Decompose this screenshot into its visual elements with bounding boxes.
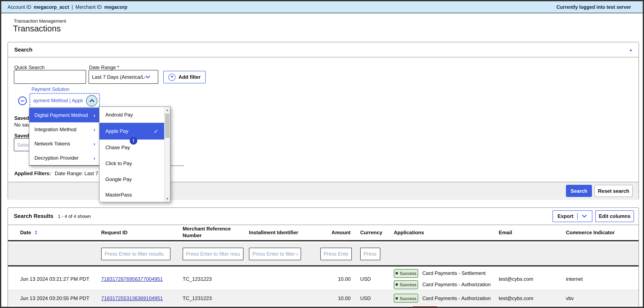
scroll-down-icon[interactable]: ▼ bbox=[164, 197, 170, 201]
column-header-merchant-reference-number: Merchant Reference Number bbox=[182, 226, 249, 239]
application-entry: Success Card Payments - Settlement bbox=[394, 269, 493, 278]
breadcrumb: Transaction Management bbox=[14, 18, 66, 23]
table-filter-row bbox=[8, 243, 638, 267]
menu-item-digital-payment-method[interactable]: Digital Payment Method › bbox=[30, 108, 100, 122]
merchant-reference-filter-input[interactable] bbox=[182, 248, 244, 260]
page-title: Transactions bbox=[13, 24, 61, 33]
payment-solution-filter-chip[interactable]: ayment Method | Apple Pay bbox=[30, 93, 100, 108]
edit-columns-button[interactable]: Edit columns bbox=[595, 210, 634, 222]
request-id-link[interactable]: 7183172553136369104951 bbox=[101, 295, 163, 301]
merchant-id-label: Merchant ID bbox=[75, 4, 102, 9]
search-panel-title: Search bbox=[14, 46, 32, 53]
column-header-amount: Amount bbox=[320, 229, 354, 235]
column-header-date[interactable]: Date▲▼ bbox=[20, 229, 101, 235]
cell-date: Jun 13 2024 03:21:27 PM PDT bbox=[20, 276, 101, 282]
option-android-pay[interactable]: Android Pay bbox=[100, 107, 164, 123]
column-header-currency: Currency bbox=[354, 229, 388, 235]
chevron-right-icon: › bbox=[94, 155, 95, 161]
export-button[interactable]: Export bbox=[552, 210, 592, 222]
add-filter-button[interactable]: + Add filter bbox=[163, 71, 206, 83]
currency-filter-input[interactable] bbox=[360, 248, 380, 260]
quick-search-label: Quick Search bbox=[14, 65, 44, 70]
date-range-value: Last 7 Days (America/Los_A bbox=[92, 74, 145, 80]
status-badge: Success bbox=[394, 294, 418, 303]
application-entry: Success Card Payments - Authorization bbox=[394, 280, 493, 289]
option-google-pay[interactable]: Google Pay bbox=[100, 171, 164, 187]
cell-commerce-indicator: internet bbox=[560, 276, 638, 282]
remove-filter-icon[interactable] bbox=[18, 96, 27, 105]
date-range-select[interactable]: Last 7 Days (America/Los_A bbox=[88, 70, 158, 84]
search-button[interactable]: Search bbox=[566, 185, 592, 197]
chevron-down-icon[interactable] bbox=[582, 215, 587, 218]
cell-currency: USD bbox=[354, 295, 388, 301]
search-button-label: Search bbox=[570, 188, 587, 194]
reset-search-button[interactable]: Reset search bbox=[594, 185, 633, 197]
applied-filters-label: Applied Filters: bbox=[14, 170, 51, 176]
menu-item-network-tokens[interactable]: Network Tokens › bbox=[30, 137, 100, 151]
check-icon: ✓ bbox=[154, 128, 158, 134]
application-entry: Success Card Payments - Authorization bbox=[394, 294, 493, 303]
cell-merchant-reference: TC_1231223 bbox=[182, 295, 249, 301]
column-label: Merchant Reference Number bbox=[182, 226, 242, 239]
column-header-applications: Applications bbox=[388, 229, 493, 235]
cell-email: test@cybs.com bbox=[493, 276, 560, 282]
column-label: Currency bbox=[360, 229, 382, 235]
status-dot-icon bbox=[396, 297, 398, 300]
scrollbar-thumb[interactable] bbox=[165, 114, 170, 138]
cell-applications: Success Card Payments - Settlement Succe… bbox=[388, 269, 493, 289]
cell-currency: USD bbox=[354, 276, 388, 282]
applied-filters-row: Applied Filters: Date Range: Last 7 Days bbox=[14, 170, 111, 176]
column-label: Request ID bbox=[101, 229, 128, 235]
results-title: Search Results bbox=[14, 213, 53, 219]
saved-searches-label: Saved bbox=[14, 115, 29, 121]
menu-item-decryption-provider[interactable]: Decryption Provider › bbox=[30, 151, 100, 165]
option-apple-pay[interactable]: Apple Pay ✓ bbox=[100, 123, 164, 140]
option-label: MasterPass bbox=[105, 192, 132, 198]
option-click-to-pay[interactable]: Click to Pay bbox=[100, 155, 164, 171]
export-label: Export bbox=[558, 213, 574, 219]
request-id-link[interactable]: 7183172876956377004951 bbox=[101, 276, 163, 282]
edit-columns-label: Edit columns bbox=[599, 213, 630, 219]
column-header-installment-identifier: Installment Identifier bbox=[249, 229, 320, 235]
payment-solution-label: Payment Solution bbox=[32, 87, 69, 92]
table-row[interactable]: Jun 13 2024 03:20:55 PM PDT 718317255313… bbox=[8, 291, 638, 306]
column-header-commerce-indicator: Commerce Indicator bbox=[560, 229, 638, 235]
option-label: Apple Pay bbox=[105, 128, 128, 134]
option-label: Chase Pay bbox=[105, 145, 130, 151]
chevron-right-icon: › bbox=[94, 112, 95, 118]
column-header-request-id: Request ID bbox=[101, 229, 182, 235]
table-header-row: Date▲▼ Request ID Merchant Reference Num… bbox=[8, 225, 638, 241]
date-range-label: Date Range * bbox=[89, 65, 119, 70]
account-id-label: Account ID bbox=[8, 4, 31, 9]
saved-searches-label-2: Saved bbox=[14, 133, 29, 139]
sort-icon[interactable]: ▲▼ bbox=[34, 230, 37, 235]
table-row[interactable]: Jun 13 2024 03:21:27 PM PDT 718317287695… bbox=[8, 268, 638, 290]
quick-search-input[interactable] bbox=[14, 70, 86, 84]
column-header-email: Email bbox=[493, 229, 560, 235]
collapse-panel-icon[interactable]: ▲ bbox=[629, 48, 633, 52]
scroll-up-icon[interactable]: ▲ bbox=[164, 108, 170, 112]
cell-amount: 10.00 bbox=[320, 295, 354, 301]
cell-merchant-reference: TC_1231223 bbox=[182, 276, 249, 282]
option-masterpass[interactable]: MasterPass bbox=[100, 187, 164, 202]
status-label: Success bbox=[400, 271, 416, 276]
installment-filter-input[interactable] bbox=[249, 248, 301, 260]
status-dot-icon bbox=[396, 272, 398, 275]
menu-item-integration-method[interactable]: Integration Method › bbox=[30, 122, 100, 137]
reset-search-button-label: Reset search bbox=[598, 188, 629, 194]
column-label: Installment Identifier bbox=[249, 229, 298, 235]
status-dot-icon bbox=[396, 283, 398, 286]
amount-filter-input[interactable] bbox=[320, 248, 352, 260]
add-filter-label: Add filter bbox=[178, 74, 200, 80]
chip-collapse-toggle[interactable] bbox=[86, 95, 98, 106]
column-label: Commerce Indicator bbox=[566, 229, 614, 235]
request-id-filter-input[interactable] bbox=[101, 248, 170, 260]
search-panel-header: Search ▲ bbox=[8, 42, 638, 57]
search-results-panel: Search Results 1 - 4 of 4 shown Export E… bbox=[8, 207, 639, 308]
account-id-value: megacorp_acct bbox=[34, 4, 69, 9]
topbar-separator: | bbox=[72, 4, 73, 9]
chevron-right-icon: › bbox=[94, 141, 95, 147]
menu-item-label: Digital Payment Method bbox=[34, 112, 88, 118]
chevron-right-icon: › bbox=[94, 126, 95, 133]
submenu-scrollbar[interactable]: ▲ ▼ bbox=[164, 107, 170, 202]
